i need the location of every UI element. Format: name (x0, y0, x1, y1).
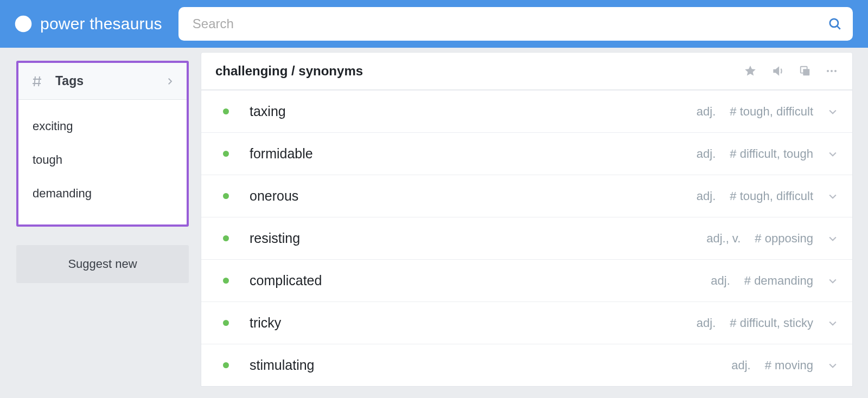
synonym-word: taxing (250, 104, 286, 119)
tag-refs[interactable]: # difficult, tough (730, 147, 813, 161)
synonym-row[interactable]: tricky adj. # difficult, sticky (201, 301, 852, 344)
row-meta: adj. # difficult, tough (697, 147, 838, 161)
tags-title: Tags (55, 74, 165, 88)
part-of-speech: adj. (697, 189, 716, 203)
status-dot-icon (223, 320, 229, 326)
tags-list: exciting tough demanding (18, 100, 187, 224)
brand-text: power thesaurus (40, 15, 162, 33)
synonym-word: tricky (250, 315, 281, 331)
svg-point-11 (834, 70, 837, 72)
part-of-speech: adj. (711, 274, 730, 288)
tag-refs[interactable]: # tough, difficult (730, 189, 813, 203)
tags-card: Tags exciting tough demanding (16, 61, 189, 227)
synonym-word: formidable (250, 146, 313, 162)
synonym-word: stimulating (250, 357, 315, 373)
part-of-speech: adj. (697, 316, 716, 330)
search-icon[interactable] (828, 17, 842, 31)
row-meta: adj. # moving (731, 358, 838, 373)
tag-item[interactable]: demanding (18, 177, 187, 210)
chevron-down-icon[interactable] (827, 106, 838, 117)
status-dot-icon (223, 278, 229, 284)
page-title: challenging / synonyms (215, 63, 363, 79)
chevron-down-icon[interactable] (827, 275, 838, 286)
status-dot-icon (223, 108, 229, 114)
search-wrap (178, 7, 853, 41)
main: challenging / synonyms taxin (201, 48, 868, 387)
status-dot-icon (223, 362, 229, 368)
synonym-row[interactable]: resisting adj., v. # opposing (201, 217, 852, 259)
tag-refs[interactable]: # moving (765, 358, 813, 373)
svg-line-5 (34, 76, 35, 86)
search-input[interactable] (178, 7, 853, 41)
chevron-right-icon (165, 76, 175, 86)
svg-line-6 (39, 76, 40, 86)
chevron-down-icon[interactable] (827, 149, 838, 159)
part-of-speech: adj., v. (706, 232, 741, 246)
hash-icon (30, 75, 43, 88)
more-icon[interactable] (825, 65, 838, 78)
title-row: challenging / synonyms (201, 52, 853, 90)
chevron-down-icon[interactable] (827, 191, 838, 202)
tag-refs[interactable]: # difficult, sticky (730, 316, 813, 330)
synonym-row[interactable]: stimulating adj. # moving (201, 344, 852, 386)
synonym-row[interactable]: onerous adj. # tough, difficult (201, 175, 852, 217)
svg-rect-7 (803, 69, 809, 75)
tag-refs[interactable]: # demanding (744, 274, 813, 288)
tag-refs[interactable]: # tough, difficult (730, 105, 813, 119)
tag-item[interactable]: tough (18, 143, 187, 177)
logo[interactable]: power thesaurus (14, 15, 162, 33)
brand-icon (14, 15, 33, 33)
status-dot-icon (223, 193, 229, 199)
synonym-row[interactable]: complicated adj. # demanding (201, 259, 852, 301)
chevron-down-icon[interactable] (827, 360, 838, 371)
synonym-row[interactable]: formidable adj. # difficult, tough (201, 132, 852, 175)
tags-header[interactable]: Tags (18, 63, 187, 100)
svg-point-1 (830, 19, 838, 27)
svg-line-2 (837, 26, 840, 29)
chevron-down-icon[interactable] (827, 318, 838, 329)
svg-point-9 (827, 70, 829, 72)
svg-point-0 (21, 21, 26, 27)
synonym-word: complicated (250, 273, 322, 288)
row-meta: adj. # tough, difficult (697, 189, 838, 203)
status-dot-icon (223, 151, 229, 157)
status-dot-icon (223, 235, 229, 241)
synonym-row[interactable]: taxing adj. # tough, difficult (201, 90, 852, 132)
part-of-speech: adj. (731, 358, 750, 373)
part-of-speech: adj. (697, 105, 716, 119)
row-meta: adj. # difficult, sticky (697, 316, 838, 330)
suggest-new-button[interactable]: Suggest new (16, 245, 189, 283)
star-icon[interactable] (744, 65, 757, 78)
chevron-down-icon[interactable] (827, 233, 838, 244)
row-meta: adj. # tough, difficult (697, 105, 838, 119)
sound-icon[interactable] (771, 64, 785, 78)
synonym-word: onerous (250, 188, 298, 204)
topbar: power thesaurus (0, 0, 868, 48)
svg-point-10 (831, 70, 833, 72)
part-of-speech: adj. (697, 147, 716, 161)
sidebar: Tags exciting tough demanding Suggest ne… (0, 48, 189, 387)
synonym-word: resisting (250, 230, 300, 246)
copy-icon[interactable] (799, 65, 811, 77)
tag-item[interactable]: exciting (18, 110, 187, 143)
row-meta: adj., v. # opposing (706, 232, 838, 246)
title-actions (744, 64, 838, 78)
synonym-list: taxing adj. # tough, difficult formidabl… (201, 90, 853, 387)
row-meta: adj. # demanding (711, 274, 838, 288)
tag-refs[interactable]: # opposing (755, 232, 813, 246)
